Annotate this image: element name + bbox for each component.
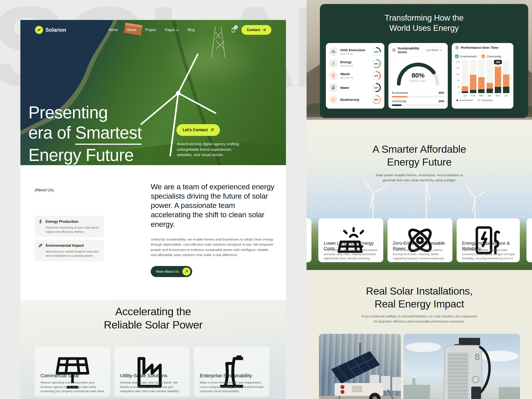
svg-text:56%: 56% <box>374 63 379 65</box>
trash-icon <box>329 71 338 80</box>
benefits-subtitle: Solar power enables homes, businesses, a… <box>307 172 532 183</box>
lightning-icon <box>329 59 338 68</box>
services-heading: Accelerating the Reliable Solar Power <box>20 300 286 332</box>
benefits-cards: Lower Long-Term Energy Costs Solar syste… <box>307 218 532 263</box>
landing-page: Solarion HomeAboutProjectPagesBlog 2 Con… <box>20 20 286 399</box>
contact-button[interactable]: Contact <box>241 25 271 35</box>
x-tick-label: Apr <box>487 94 493 97</box>
about-section: (About Us) Energy Production Real-time m… <box>20 165 286 300</box>
metric-row-water: Water 52% <box>329 82 381 94</box>
svg-text:40%: 40% <box>374 75 379 77</box>
metric-progress-ring: 65% <box>372 95 381 104</box>
arrow-right-icon <box>262 28 266 32</box>
bar-chart-icon <box>455 46 459 50</box>
nav-link-pages[interactable]: Pages <box>165 28 179 32</box>
svg-text:25%: 25% <box>374 51 379 53</box>
breakdown-value: 40% <box>438 91 444 95</box>
leaf-icon <box>38 243 43 248</box>
nav-actions: 2 Contact <box>230 25 271 35</box>
services-cards: Commercial Solar Reduce operating costs … <box>35 347 269 397</box>
nav-link-project[interactable]: Project <box>145 28 156 32</box>
bar-mar <box>478 60 485 93</box>
breakdown-value: 25% <box>438 100 444 103</box>
bar-feb <box>470 60 476 93</box>
arrow-up-right-icon <box>210 128 214 132</box>
metric-label: Energy <box>340 60 369 64</box>
nav-link-blog[interactable]: Blog <box>188 28 195 32</box>
y-tick-label: 1k <box>457 85 460 88</box>
svg-text:CO₂: CO₂ <box>333 51 335 52</box>
photo-ev-charger: 8 <box>403 334 520 399</box>
water-recycle-icon <box>329 83 338 92</box>
chart-legend: EnvironmentCommunity <box>456 99 510 101</box>
photo-solar-trailer <box>319 334 401 399</box>
sustainability-score-card: Sustainability Score Last Week <box>388 43 448 109</box>
breakdown-bar <box>392 96 444 98</box>
cart-badge: 2 <box>234 25 238 29</box>
series-checkbox-environment[interactable]: Environment <box>455 55 477 58</box>
hero-underlined-word: Smartest <box>75 123 142 145</box>
legend-item-community: Community <box>478 99 493 101</box>
charger-number-label: 8 <box>475 352 480 362</box>
metric-sublabel: New 3D Kit <box>340 76 369 79</box>
performance-chart: 01k5k10k15k20k 246 <box>455 60 510 93</box>
checkbox-checked-icon <box>455 55 459 58</box>
nav-links: HomeAboutProjectPagesBlog <box>102 28 195 32</box>
about-body: United by sustainability, we enable home… <box>151 237 274 258</box>
nav-link-home[interactable]: Home <box>109 28 118 32</box>
metric-row-waste: WasteNew 3D Kit 40% <box>329 70 381 82</box>
range-selector-dropdown[interactable]: Last Week <box>424 47 444 53</box>
cart-icon[interactable]: 2 <box>230 27 237 33</box>
bar-apr <box>487 60 493 93</box>
brand-logo-icon <box>35 26 43 34</box>
services-section: Accelerating the Reliable Solar Power Co… <box>20 300 286 399</box>
breakdown-label: Environment <box>392 91 408 95</box>
score-breakdown: Environment40% Community25% <box>392 91 444 106</box>
metric-progress-ring: 40% <box>372 71 381 81</box>
main-nav: Solarion HomeAboutProjectPagesBlog 2 Con… <box>20 24 286 36</box>
benefit-card-partial-right: In Ta in fo <box>526 218 532 262</box>
x-tick-label: Jan <box>462 94 468 97</box>
series-checkboxes: EnvironmentCommunity <box>455 55 510 58</box>
esg-metrics-card: CO₂ GHG EmissionsNew 3D Kit 25% EnergyNe… <box>326 43 384 109</box>
svg-text:65%: 65% <box>374 98 379 101</box>
pie-chart-icon <box>392 48 396 52</box>
metric-label: Water <box>340 86 369 89</box>
chart-tooltip: 246 <box>494 60 502 64</box>
service-card-utility-scale: Utility-Scale Solutions Develop large-sc… <box>114 347 190 397</box>
more-about-us-button[interactable]: More About Us <box>151 266 192 277</box>
y-tick-label: 5k <box>457 79 460 82</box>
metric-row-ghg-emissions: CO₂ GHG EmissionsNew 3D Kit 25% <box>329 46 381 58</box>
hero-section: Solarion HomeAboutProjectPagesBlog 2 Con… <box>20 20 286 165</box>
bar-jan <box>462 60 468 93</box>
veo-watermark: Veo <box>501 253 518 264</box>
globe-icon <box>329 95 338 104</box>
score-gauge: 80% EXCELLENT <box>392 59 444 86</box>
benefit-card-zero-emission: Zero-Emission Renewable Power Solar prod… <box>387 218 452 262</box>
y-tick-label: 10k <box>456 73 460 76</box>
installations-section: Real Solar Installations, Real Energy Im… <box>307 270 532 399</box>
nav-link-about[interactable]: About <box>127 28 136 32</box>
chevron-down-icon <box>440 50 442 51</box>
brand-logo[interactable]: Solarion <box>35 26 66 34</box>
metric-sublabel: New 3D Kit <box>340 52 369 55</box>
about-feature-list: Energy Production Real-time monitoring o… <box>35 216 104 264</box>
score-value: 80% <box>392 72 444 79</box>
metric-label: Waste <box>340 72 369 76</box>
dashboard-heading: Transforming How the World Uses Energy <box>320 4 528 33</box>
metric-row-biodiversity: Biodiversity 65% <box>329 94 381 106</box>
lets-contact-button[interactable]: Let's Contact <box>177 124 220 136</box>
benefits-heading: A Smarter Affordable Energy Future <box>307 143 532 168</box>
benefits-section: A Smarter Affordable Energy Future Solar… <box>307 120 532 270</box>
score-label: EXCELLENT <box>392 80 444 82</box>
metric-progress-ring: 25% <box>372 47 381 57</box>
feature-card-environmental-impact: Environmental Impact Measure your carbon… <box>35 240 104 261</box>
metric-progress-ring: 56% <box>372 59 381 69</box>
chevron-down-icon <box>176 28 179 32</box>
benefit-card-costs: Lower Long-Term Energy Costs Solar syste… <box>318 218 383 262</box>
checkbox-checked-icon <box>481 55 485 58</box>
series-checkbox-community[interactable]: Community <box>481 55 501 58</box>
installations-heading: Real Solar Installations, Real Energy Im… <box>307 285 532 310</box>
bar-jun <box>503 60 509 93</box>
svg-text:52%: 52% <box>374 86 379 89</box>
